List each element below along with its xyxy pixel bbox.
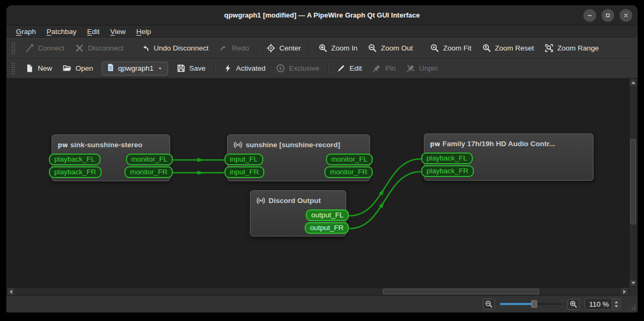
new-icon [25, 64, 34, 73]
save-icon [177, 64, 186, 73]
menu-help[interactable]: Help [131, 27, 156, 37]
zoom-value: 110 % [589, 300, 612, 308]
zoom-slider[interactable] [500, 299, 563, 309]
chevron-down-icon [157, 65, 163, 72]
zoom-in-icon [319, 44, 328, 53]
port-input_FL[interactable]: input_FL [224, 154, 263, 165]
port-row: output_FR [250, 222, 346, 234]
node-sink-sunshine-stereo[interactable]: pwsink-sunshine-stereoplayback_FLmonitor… [52, 134, 170, 181]
port-monitor_FR[interactable]: monitor_FR [124, 166, 173, 178]
menubar: GraphPatchbayEditViewHelp [6, 26, 638, 38]
menu-graph[interactable]: Graph [11, 27, 41, 37]
zoom-range-button[interactable]: Zoom Range [539, 41, 604, 56]
toolbar-separator [328, 62, 328, 75]
statusbar: 110 % [6, 296, 638, 312]
connect-button[interactable]: Connect [20, 41, 70, 56]
exclusive-button[interactable]: Exclusive [271, 61, 324, 76]
zoom-spinbox[interactable]: 110 % [584, 298, 621, 310]
unpin-icon [406, 64, 415, 73]
connection-wires [7, 79, 629, 288]
menu-view[interactable]: View [105, 27, 131, 37]
node-title: sink-sunshine-stereo [70, 141, 143, 149]
toolbar-button-label: qpwgraph1 [118, 64, 154, 72]
svg-text:pw: pw [57, 141, 68, 148]
node-header: Discord Output [250, 191, 346, 209]
horizontal-scrollbar[interactable] [7, 288, 629, 295]
spin-up-button[interactable] [614, 301, 617, 303]
patchbay-toolbar: NewOpenqpwgraph1SaveActivatedExclusiveEd… [6, 59, 638, 78]
toolbar-button-label: Save [189, 64, 206, 72]
port-playback_FR[interactable]: playback_FR [49, 166, 102, 178]
port-playback_FL[interactable]: playback_FL [421, 153, 473, 164]
zoom-out-button[interactable]: Zoom Out [363, 41, 418, 56]
zoom-reset-button[interactable]: Zoom Reset [477, 41, 540, 56]
titlebar[interactable]: qpwgraph1 [modified] — A PipeWire Graph … [6, 5, 638, 26]
new-button[interactable]: New [20, 61, 57, 76]
activated-button[interactable]: Activated [218, 61, 271, 76]
node-header: pwsink-sunshine-stereo [52, 135, 170, 153]
edit-icon [337, 64, 346, 73]
scroll-right-button[interactable] [621, 288, 628, 295]
resize-grip[interactable] [629, 303, 636, 310]
port-monitor_FL[interactable]: monitor_FL [126, 154, 173, 165]
port-output_FL[interactable]: output_FL [306, 209, 349, 221]
spin-down-button[interactable] [614, 305, 617, 307]
maximize-icon [605, 12, 611, 19]
maximize-button[interactable] [601, 9, 614, 22]
port-playback_FR[interactable]: playback_FR [421, 165, 474, 177]
toolbar-drag-handle[interactable] [11, 62, 15, 75]
port-row: playback_FR [424, 165, 593, 178]
port-monitor_FL[interactable]: monitor_FL [326, 154, 373, 165]
toolbar-button-label: Zoom Range [557, 44, 599, 52]
unpin-button[interactable]: Unpin [401, 61, 443, 76]
toolbar-button-label: Zoom Out [381, 44, 413, 52]
redo-button[interactable]: Redo [214, 41, 254, 56]
scroll-down-button[interactable] [630, 280, 637, 286]
pin-button[interactable]: Pin [367, 61, 401, 76]
disconnect-icon [75, 44, 84, 53]
undo-disconnect-button[interactable]: Undo Disconnect [136, 41, 214, 56]
media-icon [256, 196, 266, 205]
vertical-scrollbar[interactable] [629, 79, 637, 287]
patchbay-file-icon [106, 63, 115, 73]
port-output_FR[interactable]: output_FR [305, 222, 349, 234]
menu-patchbay[interactable]: Patchbay [41, 27, 82, 37]
activated-icon [223, 64, 232, 73]
node-family-hd-audio[interactable]: pwFamily 17h/19h HD Audio Contr...playba… [424, 133, 593, 181]
node-title: Discord Output [269, 197, 321, 205]
port-monitor_FR[interactable]: monitor_FR [324, 166, 373, 178]
close-button[interactable] [620, 9, 632, 22]
save-button[interactable]: Save [171, 61, 211, 76]
undo-icon [141, 44, 150, 53]
center-icon [266, 44, 275, 53]
media-icon [233, 140, 243, 149]
zoom-fit-button[interactable]: Zoom Fit [425, 41, 476, 56]
open-button[interactable]: Open [57, 61, 98, 76]
toolbar-button-label: Open [76, 64, 93, 72]
toolbar-button-label: Edit [349, 64, 362, 72]
spinbox-buttons [612, 299, 620, 309]
horizontal-scrollbar-thumb[interactable] [383, 289, 539, 294]
port-input_FR[interactable]: input_FR [224, 166, 264, 178]
scroll-up-button[interactable] [630, 79, 637, 86]
scroll-left-button[interactable] [7, 288, 14, 295]
port-playback_FL[interactable]: playback_FL [49, 154, 101, 165]
patchbay-select[interactable]: qpwgraph1 [102, 62, 168, 75]
edit-button[interactable]: Edit [331, 61, 367, 76]
vertical-scrollbar-thumb[interactable] [630, 139, 636, 224]
scrollbar-corner [629, 288, 637, 295]
graph-canvas[interactable]: pwsink-sunshine-stereoplayback_FLmonitor… [7, 79, 629, 288]
status-zoom-out-button[interactable] [483, 299, 495, 310]
minimize-button[interactable] [583, 9, 596, 22]
toolbar-separator [310, 42, 310, 55]
status-zoom-in-button[interactable] [567, 299, 580, 310]
zoom-in-button[interactable]: Zoom In [313, 41, 363, 56]
center-button[interactable]: Center [261, 41, 306, 56]
zoom-slider-handle[interactable] [531, 300, 537, 308]
node-sunshine[interactable]: sunshine [sunshine-record]input_FLmonito… [227, 134, 370, 181]
open-icon [63, 64, 72, 73]
disconnect-button[interactable]: Disconnect [70, 41, 129, 56]
menu-edit[interactable]: Edit [82, 27, 105, 37]
toolbar-drag-handle[interactable] [11, 41, 15, 55]
node-discord-output[interactable]: Discord Outputoutput_FLoutput_FR [250, 190, 346, 236]
